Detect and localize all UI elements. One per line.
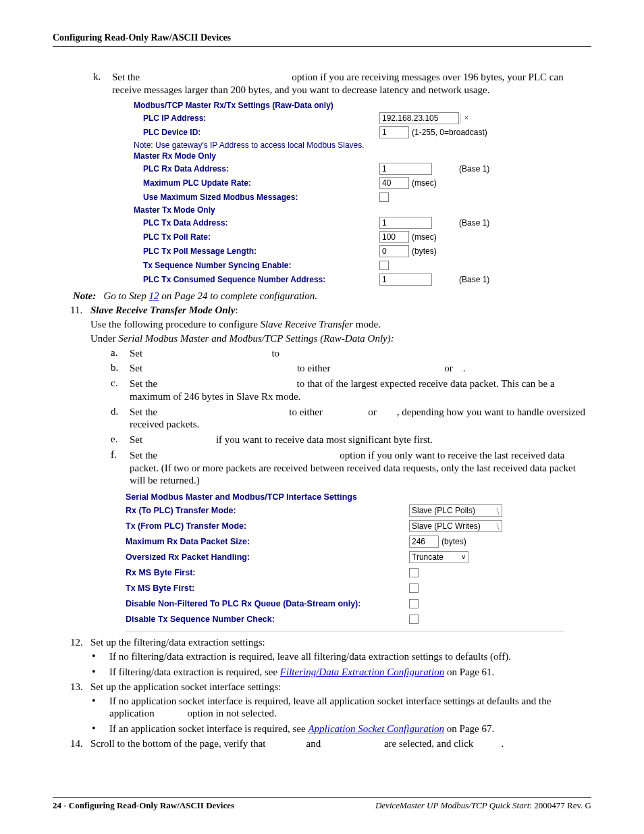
tx-msglen-unit: (bytes) (412, 246, 437, 256)
modbus-settings-panel: Modbus/TCP Master Rx/Tx Settings (Raw-Da… (134, 101, 545, 286)
footer-right: DeviceMaster UP Modbus/TCP Quick Start: … (375, 800, 591, 811)
filtering-link[interactable]: Filtering/Data Extraction Configuration (280, 667, 444, 677)
step-14-marker: 14. (70, 738, 90, 750)
step-f-text: Set the option if you only want to recei… (130, 449, 591, 487)
oversize-select[interactable]: Truncate∨ (409, 551, 468, 563)
socket-link[interactable]: Application Socket Configuration (308, 723, 444, 734)
step-14-text: Scroll to the bottom of the page, verify… (90, 738, 591, 750)
tx-msb-checkbox[interactable] (409, 583, 419, 593)
tx-msglen-label: PLC Tx Poll Message Length: (134, 246, 379, 256)
note-after: on Page 24 to complete configuration. (159, 290, 317, 301)
ip-field[interactable]: 192.168.23.105 (379, 112, 459, 124)
tx-msglen-field[interactable]: 0 (379, 245, 409, 257)
step-k: k. Set the option if you are receiving m… (93, 71, 591, 97)
devid-field[interactable]: 1 (379, 126, 409, 138)
step-e-text: Set if you want to receive data most sig… (130, 434, 591, 446)
tx-section-heading: Master Tx Mode Only (134, 205, 545, 215)
config-note: Note: Go to Step 12 on Page 24 to comple… (73, 290, 591, 302)
step-k-text: Set the option if you are receiving mess… (112, 71, 591, 97)
tx-mode-select[interactable]: Slave (PLC Writes) (409, 520, 502, 532)
step-b-text: Set to either or . (130, 362, 591, 375)
step-14: 14. Scroll to the bottom of the page, ve… (70, 738, 591, 750)
step-12-link[interactable]: 12 (149, 290, 159, 301)
tx-poll-field[interactable]: 100 (379, 231, 409, 243)
step-d-marker: d. (111, 406, 130, 432)
tx-consumed-label: PLC Tx Consumed Sequence Number Address: (134, 275, 379, 284)
step-12-b2: If filtering/data extraction is required… (109, 666, 591, 679)
chevron-down-icon (496, 521, 500, 531)
step-e-marker: e. (111, 434, 130, 446)
use-max-label: Use Maximum Sized Modbus Messages: (134, 192, 379, 202)
devid-label: PLC Device ID: (134, 128, 379, 137)
step-11: 11. Slave Receive Transfer Mode Only: Us… (70, 305, 591, 490)
step-13-b1: If no application socket interface is re… (109, 695, 591, 721)
max-rate-field[interactable]: 40 (379, 177, 409, 189)
rx-section-heading: Master Rx Mode Only (134, 151, 545, 161)
disable-tx-checkbox[interactable] (409, 615, 419, 624)
note-before: Go to Step (103, 290, 149, 301)
tx-sync-label: Tx Sequence Number Syncing Enable: (134, 261, 379, 270)
step-13: 13. Set up the application socket interf… (70, 681, 591, 693)
tx-consumed-field[interactable]: 1 (379, 273, 432, 286)
gateway-note: Note: Use gateway's IP Address to access… (134, 140, 545, 150)
use-max-checkbox[interactable] (379, 192, 389, 202)
panel1-heading: Modbus/TCP Master Rx/Tx Settings (Raw-Da… (134, 101, 545, 110)
rx-addr-base: (Base 1) (459, 164, 489, 174)
header-rule (53, 46, 591, 47)
max-rx-label: Maximum Rx Data Packet Size: (126, 537, 409, 546)
oversize-label: Oversized Rx Packet Handling: (126, 552, 409, 562)
step-11-colon: : (235, 305, 238, 315)
rx-mode-select[interactable]: Slave (PLC Polls) (409, 504, 502, 517)
step-11-title: Slave Receive Transfer Mode Only (90, 305, 235, 315)
step-c-text: Set the to that of the largest expected … (130, 377, 591, 403)
panel2-rule (126, 631, 564, 631)
disable-nf-checkbox[interactable] (409, 599, 419, 608)
rx-mode-label: Rx (To PLC) Transfer Mode: (126, 506, 409, 515)
step-11-line2: Under Serial Modbus Master and Modbus/TC… (90, 333, 591, 344)
max-rate-unit: (msec) (412, 178, 437, 188)
step-11-line1: Use the following procedure to configure… (90, 319, 591, 330)
bullet-icon: • (92, 695, 109, 721)
note-label: Note: (73, 290, 96, 301)
interface-settings-panel: Serial Modbus Master and Modbus/TCP Inte… (126, 492, 564, 627)
tx-addr-base: (Base 1) (459, 218, 489, 228)
tx-consumed-base: (Base 1) (459, 275, 489, 284)
step-d-text: Set the to either or , depending how you… (130, 406, 591, 432)
step-f-marker: f. (111, 449, 130, 487)
tx-poll-unit: (msec) (412, 232, 437, 242)
max-rx-unit: (bytes) (441, 537, 466, 546)
disable-tx-label: Disable Tx Sequence Number Check: (126, 615, 409, 624)
step-a-text: Set to (130, 347, 591, 360)
step-c-marker: c. (111, 377, 130, 403)
step-12-marker: 12. (70, 637, 90, 648)
tx-addr-field[interactable]: 1 (379, 217, 432, 229)
disable-nf-label: Disable Non-Filtered To PLC Rx Queue (Da… (126, 599, 409, 608)
rx-addr-field[interactable]: 1 (379, 163, 432, 175)
step-13-marker: 13. (70, 681, 90, 693)
step-11-marker: 11. (70, 305, 90, 490)
step-13-b2: If an application socket interface is re… (109, 723, 591, 735)
rx-msb-checkbox[interactable] (409, 568, 419, 577)
clear-icon[interactable]: × (460, 113, 472, 124)
bullet-icon: • (92, 650, 109, 663)
rx-msb-label: Rx MS Byte First: (126, 568, 409, 577)
step-13-lead: Set up the application socket interface … (90, 681, 591, 693)
bullet-icon: • (92, 723, 109, 735)
page-header: Configuring Read-Only Raw/ASCII Devices (53, 32, 591, 43)
step-a-marker: a. (111, 347, 130, 360)
bullet-icon: • (92, 666, 109, 679)
tx-msb-label: Tx MS Byte First: (126, 583, 409, 593)
ip-label: PLC IP Address: (134, 113, 379, 123)
panel2-heading: Serial Modbus Master and Modbus/TCP Inte… (126, 492, 564, 502)
tx-poll-label: PLC Tx Poll Rate: (134, 232, 379, 242)
chevron-down-icon (496, 506, 500, 516)
step-12-b1: If no filtering/data extraction is requi… (109, 650, 591, 663)
max-rx-field[interactable]: 246 (409, 536, 439, 548)
step-12: 12. Set up the filtering/data extraction… (70, 637, 591, 648)
step-12-lead: Set up the filtering/data extraction set… (90, 637, 591, 648)
devid-note: (1-255, 0=broadcast) (412, 128, 487, 137)
rx-addr-label: PLC Rx Data Address: (134, 164, 379, 174)
step-k-marker: k. (93, 71, 112, 97)
tx-sync-checkbox[interactable] (379, 261, 389, 270)
footer-rule (53, 797, 591, 798)
